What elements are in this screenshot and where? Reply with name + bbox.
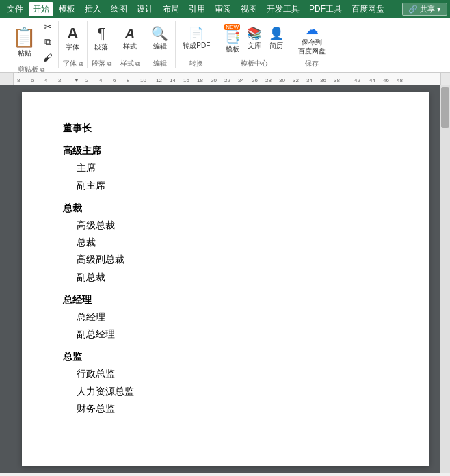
ruler-mark-0: ▼ — [74, 77, 79, 83]
menu-baidu[interactable]: 百度网盘 — [347, 2, 388, 16]
heading-gm: 总经理 — [63, 291, 388, 308]
ruler-mark-44: 44 — [369, 77, 375, 83]
menu-home[interactable]: 开始 — [29, 2, 53, 16]
template-button[interactable]: NEW 📑 模板 — [222, 21, 243, 57]
item-finance-supervisor: 财务总监 — [63, 400, 388, 417]
document-area[interactable]: 董事长 高级主席 主席 副主席 总裁 高级总裁 总裁 高级副总裁 副总裁 总经理… — [0, 85, 450, 473]
toolbar-area: 📋 粘贴 ✂ ⧉ 🖌 剪贴板 ⧉ — [0, 18, 450, 72]
copy-icon: ⧉ — [44, 36, 51, 48]
resume-button[interactable]: 👤 简历 — [266, 21, 287, 57]
item-gm: 总经理 — [63, 308, 388, 326]
library-button[interactable]: 📚 文库 — [244, 21, 265, 57]
resume-icon: 👤 — [269, 27, 284, 40]
ruler-mark-30: 30 — [279, 77, 285, 83]
menu-reference[interactable]: 引用 — [185, 2, 209, 16]
edit-icon: 🔍 — [151, 27, 168, 40]
font-button[interactable]: A 字体 — [63, 21, 82, 57]
convert-buttons: 📄 转成PDF — [180, 21, 213, 57]
ruler-mark-28: 28 — [265, 77, 272, 83]
ruler-mark-neg6: 6 — [31, 77, 34, 83]
menu-layout[interactable]: 布局 — [159, 2, 183, 16]
ruler-mark-22: 22 — [224, 77, 230, 83]
template-group: NEW 📑 模板 📚 文库 👤 简历 模板中心 — [217, 21, 291, 68]
cut-button[interactable]: ✂ — [42, 21, 54, 33]
menu-design[interactable]: 设计 — [133, 2, 157, 16]
heading-president: 总裁 — [63, 200, 388, 217]
font-icon: A — [67, 26, 78, 41]
style-button[interactable]: A 样式 — [120, 21, 140, 57]
ruler-mark-36: 36 — [320, 77, 326, 83]
ruler-mark-48: 48 — [397, 77, 403, 83]
clipboard-group: 📋 粘贴 ✂ ⧉ 🖌 剪贴板 ⧉ — [4, 21, 59, 68]
ruler-mark-38: 38 — [334, 77, 340, 83]
paragraph-group-label: 段落 ⧉ — [92, 59, 111, 68]
item-senior-vp: 高级副总裁 — [63, 251, 388, 268]
ruler: 8 6 4 2 ▼ 2 4 6 8 10 12 14 16 18 20 22 2… — [0, 73, 450, 85]
ruler-mark-46: 46 — [383, 77, 389, 83]
menu-bar: 文件 开始 模板 插入 绘图 设计 布局 引用 审阅 视图 开发工具 PDF工具… — [0, 0, 450, 18]
menu-draw[interactable]: 绘图 — [107, 2, 131, 16]
copy-button[interactable]: ⧉ — [42, 36, 54, 49]
paragraph-icon: ¶ — [97, 26, 105, 41]
menu-file[interactable]: 文件 — [3, 2, 27, 16]
item-chairman: 主席 — [63, 159, 388, 176]
paragraph-group: ¶ 段落 段落 ⧉ — [88, 21, 116, 68]
ruler-mark-20: 20 — [211, 77, 217, 83]
ruler-mark-18: 18 — [197, 77, 203, 83]
paste-label: 粘贴 — [18, 49, 31, 58]
scrollbar[interactable] — [440, 85, 450, 473]
ruler-mark-neg8: 8 — [17, 77, 20, 83]
item-hr-supervisor: 人力资源总监 — [63, 383, 388, 400]
share-button[interactable]: 🔗 共享 ▾ — [402, 3, 447, 16]
item-vice-chairman: 副主席 — [63, 177, 388, 194]
paragraph-label: 段落 — [94, 42, 108, 52]
clipboard-buttons: 📋 粘贴 ✂ ⧉ 🖌 — [8, 21, 54, 64]
menu-pdf[interactable]: PDF工具 — [305, 2, 346, 16]
ruler-mark-12: 12 — [156, 77, 162, 83]
ruler-corner — [0, 73, 14, 85]
edit-group: 🔍 编辑 编辑 — [144, 21, 176, 68]
menu-insert[interactable]: 插入 — [81, 2, 105, 16]
format-painter-icon: 🖌 — [43, 52, 53, 63]
pdf-label: 转成PDF — [183, 41, 210, 51]
style-group-label: 样式 ⧉ — [120, 59, 140, 68]
ruler-mark-neg2: 2 — [58, 77, 61, 83]
style-group: A 样式 样式 ⧉ — [116, 21, 145, 68]
save-cloud-button[interactable]: ☁ 保存到百度网盘 — [295, 21, 328, 57]
ruler-mark-42: 42 — [354, 77, 360, 83]
item-deputy-gm: 副总经理 — [63, 326, 388, 343]
menu-review[interactable]: 审阅 — [211, 2, 235, 16]
template-buttons: NEW 📑 模板 📚 文库 👤 简历 — [222, 21, 287, 57]
font-group: A 字体 字体 ⧉ — [59, 21, 88, 68]
convert-group: 📄 转成PDF 转换 — [176, 21, 217, 68]
paragraph-button[interactable]: ¶ 段落 — [92, 21, 111, 57]
ruler-mark-32: 32 — [293, 77, 299, 83]
format-painter-button[interactable]: 🖌 — [42, 51, 54, 64]
ruler-mark-14: 14 — [170, 77, 176, 83]
item-president: 总裁 — [63, 234, 388, 251]
template-icon: 📑 — [225, 31, 240, 43]
style-label: 样式 — [123, 42, 137, 51]
cut-icon: ✂ — [44, 21, 52, 32]
document-page[interactable]: 董事长 高级主席 主席 副主席 总裁 高级总裁 总裁 高级副总裁 副总裁 总经理… — [22, 92, 429, 466]
ribbon: 文件 开始 模板 插入 绘图 设计 布局 引用 审阅 视图 开发工具 PDF工具… — [0, 0, 450, 73]
resume-label: 简历 — [269, 41, 283, 51]
scroll-thumb[interactable] — [441, 87, 449, 128]
item-senior-president: 高级总裁 — [63, 217, 388, 234]
font-buttons: A 字体 — [63, 21, 82, 57]
ruler-mark-34: 34 — [306, 77, 313, 83]
menu-template[interactable]: 模板 — [55, 2, 79, 16]
menu-devtools[interactable]: 开发工具 — [263, 2, 304, 16]
ruler-mark-neg4: 4 — [44, 77, 47, 83]
save-group: ☁ 保存到百度网盘 保存 — [291, 21, 332, 68]
font-group-label: 字体 ⧉ — [63, 59, 83, 68]
paste-icon: 📋 — [12, 26, 36, 49]
to-pdf-button[interactable]: 📄 转成PDF — [180, 21, 213, 57]
menu-view[interactable]: 视图 — [237, 2, 261, 16]
convert-group-label: 转换 — [189, 59, 203, 68]
ruler-mark-4: 4 — [99, 77, 102, 83]
paste-button[interactable]: 📋 粘贴 — [8, 23, 40, 62]
paragraph-buttons: ¶ 段落 — [92, 21, 111, 57]
heading-supervisor: 总监 — [63, 348, 388, 365]
edit-button[interactable]: 🔍 编辑 — [148, 21, 171, 57]
